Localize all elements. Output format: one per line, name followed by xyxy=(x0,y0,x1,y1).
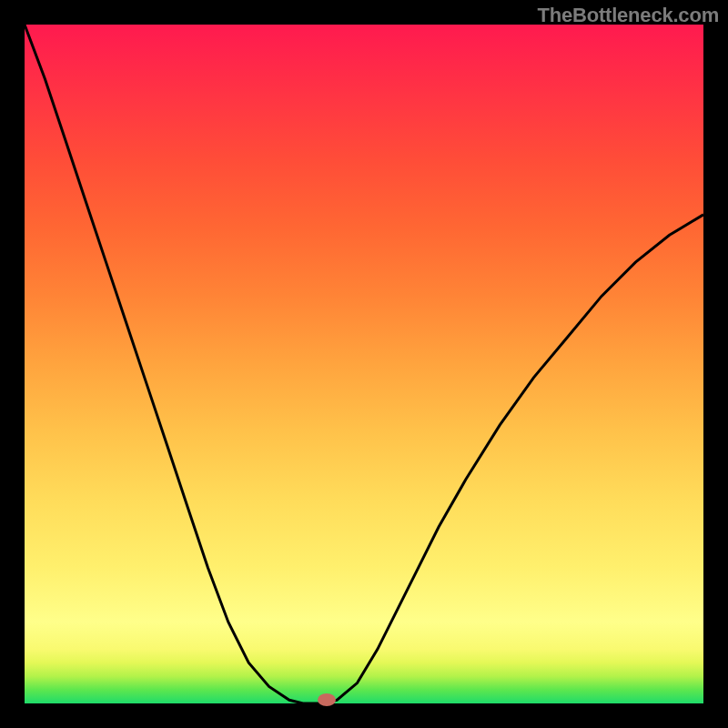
bottleneck-curve xyxy=(25,25,703,703)
chart-svg xyxy=(25,25,703,703)
watermark-text: TheBottleneck.com xyxy=(537,4,719,27)
chart-min-marker xyxy=(318,693,336,706)
